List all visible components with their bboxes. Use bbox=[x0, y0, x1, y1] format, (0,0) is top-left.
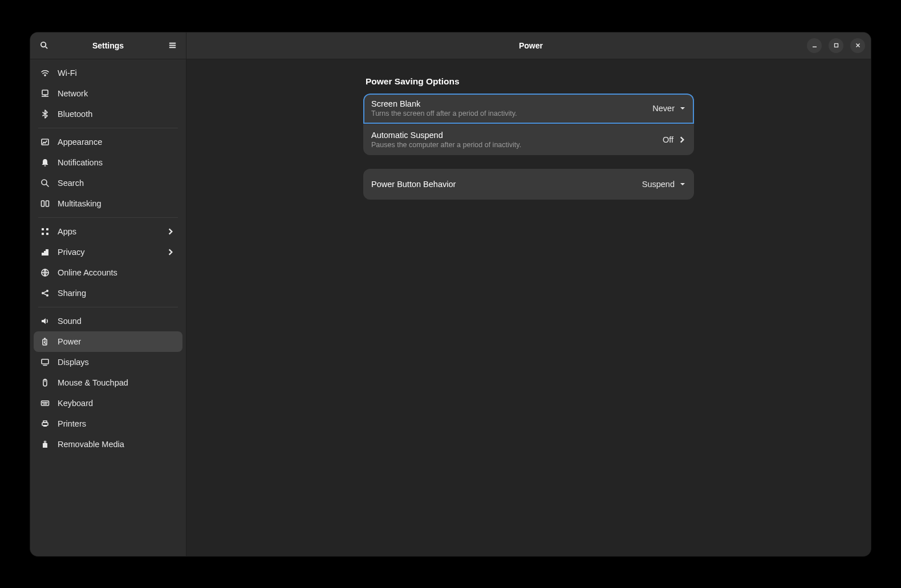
menu-button[interactable] bbox=[164, 38, 180, 54]
sidebar-item-label: Privacy bbox=[58, 248, 159, 257]
main-panel: Power Power Saving Options bbox=[186, 33, 871, 556]
svg-point-34 bbox=[44, 402, 44, 403]
sidebar-item-mouse-touchpad[interactable]: Mouse & Touchpad bbox=[34, 372, 182, 393]
sidebar-item-label: Displays bbox=[58, 358, 176, 367]
power-icon bbox=[40, 337, 50, 346]
section-title: Power Saving Options bbox=[366, 76, 694, 87]
sidebar-item-label: Sound bbox=[58, 317, 176, 326]
row-left: Power Button Behavior bbox=[371, 180, 642, 189]
sidebar-item-removable-media[interactable]: Removable Media bbox=[34, 434, 182, 455]
svg-rect-16 bbox=[46, 228, 48, 230]
svg-rect-10 bbox=[44, 165, 46, 167]
row-subtitle: Turns the screen off after a period of i… bbox=[371, 110, 652, 117]
sidebar-item-printers[interactable]: Printers bbox=[34, 413, 182, 434]
sidebar-item-apps[interactable]: Apps bbox=[34, 221, 182, 242]
svg-point-35 bbox=[46, 402, 46, 403]
chevron-right-icon bbox=[678, 136, 686, 144]
svg-rect-42 bbox=[45, 441, 46, 443]
sidebar-header: Settings bbox=[30, 33, 186, 59]
sidebar-item-power[interactable]: Power bbox=[34, 331, 182, 352]
close-button[interactable] bbox=[850, 38, 865, 53]
bell-icon bbox=[40, 158, 50, 167]
privacy-icon bbox=[40, 248, 50, 257]
sidebar-item-privacy[interactable]: Privacy bbox=[34, 242, 182, 262]
row-power-button-behavior[interactable]: Power Button Behavior Suspend bbox=[363, 169, 694, 200]
sidebar-item-sound[interactable]: Sound bbox=[34, 311, 182, 331]
sidebar-item-multitasking[interactable]: Multitasking bbox=[34, 193, 182, 214]
svg-line-25 bbox=[44, 293, 47, 294]
maximize-button[interactable] bbox=[829, 38, 843, 53]
svg-point-33 bbox=[43, 402, 43, 403]
svg-rect-13 bbox=[42, 201, 44, 206]
apps-icon bbox=[40, 227, 50, 236]
sidebar-item-label: Mouse & Touchpad bbox=[58, 378, 176, 387]
sidebar-item-notifications[interactable]: Notifications bbox=[34, 152, 182, 173]
sidebar-item-label: Search bbox=[58, 179, 176, 188]
row-title: Power Button Behavior bbox=[371, 180, 642, 189]
sidebar-item-label: Keyboard bbox=[58, 399, 176, 408]
main-header: Power bbox=[186, 33, 871, 59]
svg-rect-28 bbox=[42, 359, 48, 364]
search-button[interactable] bbox=[36, 38, 52, 54]
search-icon bbox=[40, 41, 48, 50]
online-icon bbox=[40, 268, 50, 277]
minimize-button[interactable] bbox=[807, 38, 822, 53]
row-subtitle: Pauses the computer after a period of in… bbox=[371, 141, 663, 149]
svg-rect-40 bbox=[43, 425, 47, 427]
power-button-value: Suspend bbox=[642, 180, 675, 189]
svg-rect-39 bbox=[43, 421, 47, 423]
sidebar-item-label: Removable Media bbox=[58, 440, 176, 449]
svg-point-5 bbox=[44, 75, 46, 76]
row-value: Suspend bbox=[642, 180, 686, 189]
chevron-right-icon bbox=[167, 248, 176, 257]
separator bbox=[38, 307, 178, 307]
sidebar-item-search[interactable]: Search bbox=[34, 173, 182, 193]
sidebar-item-sharing[interactable]: Sharing bbox=[34, 283, 182, 303]
minimize-icon bbox=[812, 43, 817, 48]
dropdown-icon bbox=[679, 105, 686, 112]
content-area: Power Saving Options Screen Blank Turns … bbox=[186, 59, 871, 556]
row-title: Screen Blank bbox=[371, 99, 652, 108]
row-screen-blank[interactable]: Screen Blank Turns the screen off after … bbox=[363, 94, 694, 124]
separator bbox=[38, 217, 178, 218]
svg-line-24 bbox=[44, 291, 47, 292]
svg-rect-44 bbox=[834, 44, 838, 47]
network-icon bbox=[40, 89, 50, 98]
chevron-right-icon bbox=[167, 227, 176, 236]
multitask-icon bbox=[40, 199, 50, 208]
svg-point-36 bbox=[47, 402, 47, 403]
svg-point-0 bbox=[40, 42, 45, 47]
sidebar-item-label: Network bbox=[58, 89, 176, 98]
sidebar-item-label: Bluetooth bbox=[58, 110, 176, 119]
maximize-icon bbox=[834, 43, 839, 48]
sidebar-item-label: Apps bbox=[58, 227, 159, 236]
search-icon bbox=[40, 179, 50, 188]
appearance-icon bbox=[40, 137, 50, 147]
sidebar-item-label: Notifications bbox=[58, 158, 176, 167]
sidebar-item-label: Printers bbox=[58, 419, 176, 428]
sidebar-item-appearance[interactable]: Appearance bbox=[34, 132, 182, 152]
svg-rect-7 bbox=[42, 96, 48, 97]
mouse-icon bbox=[40, 378, 50, 387]
row-left: Automatic Suspend Pauses the computer af… bbox=[371, 131, 663, 149]
display-icon bbox=[40, 358, 50, 367]
sidebar-item-label: Appearance bbox=[58, 137, 176, 147]
close-icon bbox=[855, 43, 861, 48]
separator bbox=[38, 128, 178, 128]
sidebar-item-network[interactable]: Network bbox=[34, 83, 182, 104]
sidebar-item-wi-fi[interactable]: Wi-Fi bbox=[34, 63, 182, 83]
sidebar-item-bluetooth[interactable]: Bluetooth bbox=[34, 104, 182, 124]
sidebar-item-online-accounts[interactable]: Online Accounts bbox=[34, 262, 182, 283]
sidebar-item-displays[interactable]: Displays bbox=[34, 352, 182, 372]
sidebar-item-label: Sharing bbox=[58, 289, 176, 298]
sidebar-item-label: Power bbox=[58, 337, 176, 346]
sidebar-item-label: Online Accounts bbox=[58, 268, 176, 277]
svg-line-12 bbox=[47, 184, 49, 186]
sidebar-item-keyboard[interactable]: Keyboard bbox=[34, 393, 182, 413]
power-button-group: Power Button Behavior Suspend bbox=[363, 169, 694, 200]
sidebar-title: Settings bbox=[52, 41, 164, 50]
svg-rect-17 bbox=[42, 233, 44, 235]
row-automatic-suspend[interactable]: Automatic Suspend Pauses the computer af… bbox=[363, 124, 694, 155]
window-controls bbox=[807, 38, 865, 53]
svg-rect-27 bbox=[44, 338, 46, 339]
